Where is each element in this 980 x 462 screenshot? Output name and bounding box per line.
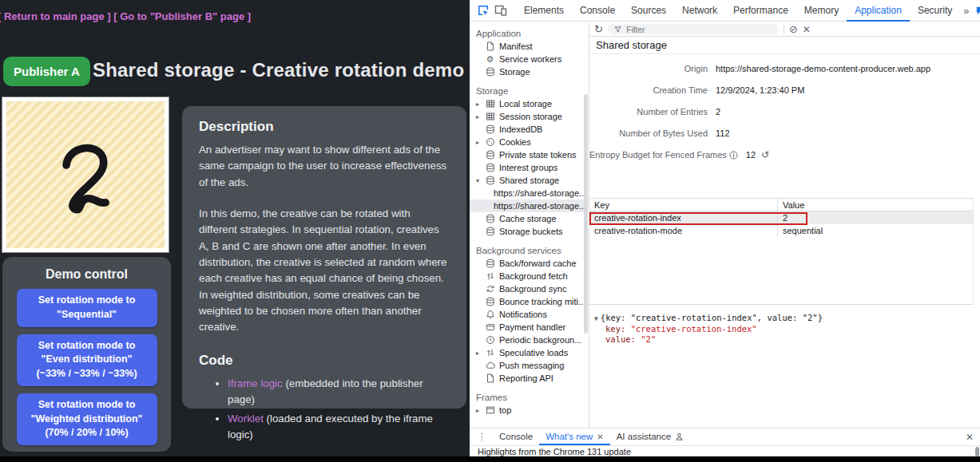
column-header-value[interactable]: Value — [778, 199, 973, 211]
sidebar-item-interest-groups[interactable]: Interest groups — [470, 161, 589, 174]
sidebar-item-reporting-api[interactable]: Reporting API — [470, 372, 589, 385]
sidebar-item-background-fetch[interactable]: Background fetch — [470, 270, 589, 282]
drawer-tab-label: What's new — [546, 428, 593, 445]
demo-control-panel: Demo control Set rotation mode to "Seque… — [2, 257, 171, 452]
sidebar-item-push-messaging[interactable]: Push messaging — [470, 359, 589, 372]
reset-budget-icon[interactable]: ↺ — [761, 149, 769, 160]
expander-closed-icon[interactable]: ▸ — [476, 407, 485, 414]
updown-icon — [485, 271, 495, 282]
tab-elements[interactable]: Elements — [516, 0, 572, 22]
sidebar-item-back-forward-cache[interactable]: Back/forward cache — [470, 257, 589, 270]
set-weighted-distribution-button[interactable]: Set rotation mode to "Weighted distribut… — [17, 393, 157, 445]
expander-closed-icon[interactable]: ▸ — [476, 113, 485, 120]
sidebar-item-storage-buckets[interactable]: Storage buckets — [470, 225, 589, 238]
frame-icon — [485, 405, 495, 416]
sidebar-item-speculative-loads[interactable]: ▸Speculative loads — [470, 346, 589, 359]
sidebar-item-label: Speculative loads — [499, 348, 568, 357]
sidebar-scrollbar[interactable] — [584, 94, 588, 334]
drawer-tab-whats-new[interactable]: What's new ✕ — [539, 428, 609, 445]
inspect-element-icon[interactable] — [474, 2, 492, 19]
sidebar-item-label: Background fetch — [499, 271, 568, 281]
sidebar-section-frames: Frames — [470, 391, 589, 404]
sidebar-item-private-state-tokens[interactable]: Private state tokens — [470, 148, 589, 161]
sidebar-item-label: IndexedDB — [499, 124, 542, 134]
panel-toolbar: ↻ ⊘ ✕ — [589, 22, 980, 37]
device-toolbar-icon[interactable] — [492, 2, 510, 19]
bell-icon — [485, 310, 495, 320]
delete-selected-icon[interactable]: ✕ — [803, 24, 811, 35]
expander-closed-icon[interactable]: ▸ — [476, 101, 485, 108]
sidebar-item-shared-storage[interactable]: ▾Shared storage — [470, 174, 589, 187]
sidebar-item-notifications[interactable]: Notifications — [470, 308, 589, 321]
cookie-icon — [485, 137, 495, 148]
tab-sources[interactable]: Sources — [623, 0, 674, 22]
refresh-icon[interactable]: ↻ — [594, 23, 603, 35]
sidebar-item-label: Interest groups — [499, 163, 557, 172]
cell-key: creative-rotation-mode — [589, 224, 778, 237]
database-icon — [485, 214, 495, 224]
sidebar-item-top[interactable]: ▸top — [470, 404, 589, 417]
set-even-distribution-button[interactable]: Set rotation mode to "Even distribution"… — [17, 334, 157, 386]
drawer-tab-console[interactable]: Console — [493, 428, 539, 445]
sidebar-item-label: Bounce tracking miti... — [499, 297, 585, 306]
worklet-link[interactable]: Worklet — [228, 413, 264, 424]
sidebar-item-local-storage[interactable]: ▸Local storage — [470, 97, 589, 110]
document-icon — [485, 373, 495, 384]
list-item: Iframe logic (embedded into the publishe… — [228, 376, 450, 408]
sidebar-item-session-storage[interactable]: ▸Session storage — [470, 110, 589, 123]
meta-value: 12 — [746, 150, 756, 160]
iframe-logic-link[interactable]: Iframe logic — [228, 377, 283, 389]
return-main-link[interactable]: [ Return to main page ] — [0, 10, 111, 22]
sidebar-item-payment-handler[interactable]: Payment handler — [470, 321, 589, 334]
devtools-window: Elements Console Sources Network Perform… — [470, 0, 980, 456]
column-header-key[interactable]: Key — [589, 199, 778, 211]
drawer-kebab-icon[interactable]: ⋮ — [471, 432, 493, 442]
publisher-b-link[interactable]: [ Go to "Publisher B" page ] — [113, 10, 251, 22]
sidebar-item-background-sync[interactable]: Background sync — [470, 282, 589, 295]
list-item: Worklet (loaded and executed by the ifra… — [228, 411, 450, 443]
sidebar-item-bounce-tracking-miti[interactable]: Bounce tracking miti... — [470, 295, 589, 308]
expand-triangle-icon[interactable]: ▼ — [594, 315, 598, 322]
tab-application[interactable]: Application — [847, 0, 910, 22]
close-tab-icon[interactable]: ✕ — [597, 428, 603, 445]
info-icon[interactable] — [729, 150, 738, 160]
sidebar-item-storage[interactable]: Storage — [470, 65, 589, 78]
block-clear-icon[interactable]: ⊘ — [789, 23, 798, 35]
more-tabs-icon[interactable]: » — [960, 5, 972, 17]
expander-closed-icon[interactable]: ▸ — [476, 139, 485, 146]
tab-performance[interactable]: Performance — [725, 0, 796, 22]
expander-open-icon[interactable]: ▾ — [476, 177, 485, 184]
drawer-scrollbar[interactable] — [975, 447, 979, 456]
database-icon — [485, 150, 495, 160]
messages-icon[interactable] — [974, 2, 980, 19]
ad-creative-frame[interactable] — [2, 97, 169, 252]
tab-security[interactable]: Security — [910, 0, 960, 22]
set-sequential-button[interactable]: Set rotation mode to "Sequential" — [17, 289, 157, 327]
table-row[interactable]: creative-rotation-mode sequential — [589, 224, 973, 237]
code-heading: Code — [199, 353, 450, 369]
sidebar-item-manifest[interactable]: Manifest — [470, 40, 589, 53]
sidebar-item-cache-storage[interactable]: Cache storage — [470, 212, 589, 225]
btn-line: "Sequential" — [57, 309, 117, 320]
sidebar-item-https-shared-storage[interactable]: https://shared-storage... — [470, 199, 589, 212]
filter-input[interactable] — [625, 24, 772, 35]
publisher-page: [ Return to main page ] [ Go to "Publish… — [0, 0, 470, 456]
prop-name: key — [605, 324, 621, 334]
table-row[interactable]: creative-rotation-index 2 — [589, 211, 973, 224]
sidebar-item-indexeddb[interactable]: IndexedDB — [470, 123, 589, 136]
sidebar-item-periodic-backgroun[interactable]: Periodic backgroun... — [470, 334, 589, 346]
demo-control-heading: Demo control — [2, 267, 171, 282]
meta-value: 112 — [716, 128, 730, 138]
close-drawer-icon[interactable]: ✕ — [966, 432, 974, 443]
sidebar-item-https-shared-storage[interactable]: https://shared-storage... — [470, 187, 589, 199]
tab-console[interactable]: Console — [572, 0, 623, 22]
sidebar-item-cookies[interactable]: ▸Cookies — [470, 136, 589, 148]
sidebar-item-service-workers[interactable]: ⚙Service workers — [470, 53, 589, 65]
sidebar-item-label: Reporting API — [499, 373, 553, 383]
tab-network[interactable]: Network — [674, 0, 725, 22]
drawer-tab-ai-assistance[interactable]: AI assistance — [610, 428, 690, 445]
drawer-content: Highlights from the Chrome 131 update — [470, 445, 980, 456]
tab-memory[interactable]: Memory — [796, 0, 847, 22]
prop-name: value — [605, 334, 631, 344]
expander-closed-icon[interactable]: ▸ — [476, 349, 485, 357]
